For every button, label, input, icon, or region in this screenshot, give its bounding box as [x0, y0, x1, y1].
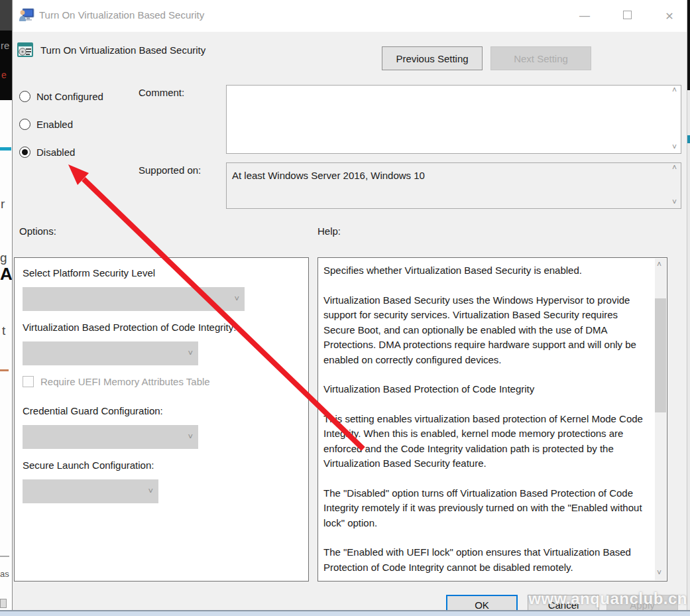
chevron-down-icon: ˅: [188, 348, 193, 358]
window-controls: — ✕: [577, 0, 677, 32]
help-paragraph: Virtualization Based Protection of Code …: [323, 382, 650, 397]
minimize-button[interactable]: —: [577, 10, 593, 22]
background-divider: [0, 556, 9, 557]
supported-on-textarea[interactable]: At least Windows Server 2016, Windows 10…: [226, 162, 681, 209]
policy-setting-icon: [17, 42, 33, 58]
options-section-label: Options:: [19, 225, 56, 237]
scroll-up-icon[interactable]: ˄: [672, 164, 677, 172]
background-dark-band: [0, 0, 12, 31]
background-scrollbar-fragment: [0, 599, 7, 608]
background-text-fragment: A: [0, 264, 13, 284]
background-bottom-strip: [0, 610, 690, 616]
radio-label: Disabled: [36, 147, 75, 158]
scroll-down-icon[interactable]: ˅: [672, 199, 677, 207]
background-text-fragment: as: [0, 569, 9, 579]
background-orange-line: [0, 369, 9, 371]
help-scrollbar[interactable]: ˄ ˅: [655, 259, 666, 580]
help-paragraph: Virtualization Based Security uses the W…: [323, 293, 650, 368]
maximize-button[interactable]: [619, 10, 635, 22]
scrollbar-thumb[interactable]: [655, 298, 666, 412]
maximize-icon: [623, 11, 632, 19]
scroll-down-icon[interactable]: ˅: [672, 144, 677, 152]
platform-security-level-dropdown[interactable]: ˅: [23, 287, 245, 311]
radio-label: Not Configured: [36, 91, 103, 102]
supported-on-value: At least Windows Server 2016, Windows 10: [232, 170, 425, 181]
platform-security-level-label: Select Platform Security Level: [23, 267, 155, 278]
comment-scrollbar[interactable]: ˄ ˅: [669, 87, 679, 152]
radio-circle-selected: [19, 147, 30, 158]
background-text-fragment: r: [1, 197, 5, 212]
background-text-fragment: g: [0, 251, 7, 265]
secure-launch-dropdown[interactable]: ˅: [23, 479, 158, 503]
chevron-down-icon: ˅: [234, 294, 239, 304]
comment-label: Comment:: [139, 87, 184, 98]
comment-textarea[interactable]: ˄ ˅: [226, 85, 681, 154]
chevron-down-icon: ˅: [148, 486, 153, 496]
help-paragraph: The "Enabled with UEFI lock" option ensu…: [323, 545, 650, 575]
app-icon: [19, 8, 34, 23]
help-section-label: Help:: [317, 225, 341, 237]
code-integrity-protection-dropdown[interactable]: ˅: [23, 341, 198, 365]
next-setting-button[interactable]: Next Setting: [490, 46, 591, 70]
options-panel: Select Platform Security Level ˅ Virtual…: [14, 257, 309, 582]
radio-circle: [19, 119, 30, 130]
radio-enabled[interactable]: Enabled: [19, 119, 73, 130]
scroll-up-icon[interactable]: ˄: [657, 261, 661, 269]
radio-circle: [19, 91, 30, 102]
help-paragraph: Specifies whether Virtualization Based S…: [323, 263, 650, 278]
help-text: Specifies whether Virtualization Based S…: [323, 263, 650, 589]
watermark-text: www.anquanclub.cn: [528, 589, 687, 608]
dialog-header: Turn On Virtualization Based Security Pr…: [13, 32, 687, 74]
scroll-up-icon[interactable]: ˄: [672, 87, 677, 95]
checkbox-box: [23, 376, 34, 387]
secure-launch-label: Secure Launch Configuration:: [23, 460, 154, 471]
window-title: Turn On Virtualization Based Security: [39, 9, 204, 21]
titlebar: Turn On Virtualization Based Security — …: [13, 0, 687, 32]
radio-label: Enabled: [36, 119, 73, 130]
previous-setting-button[interactable]: Previous Setting: [382, 46, 483, 70]
help-paragraph: This setting enables virtualization base…: [323, 412, 650, 471]
supported-scrollbar[interactable]: ˄ ˅: [669, 164, 679, 207]
background-window-left: re e r g A t as: [0, 0, 12, 616]
close-button[interactable]: ✕: [661, 10, 677, 23]
background-text-fragment: t: [2, 324, 5, 338]
scroll-down-icon[interactable]: ˅: [657, 570, 661, 578]
radio-disabled[interactable]: Disabled: [19, 147, 75, 158]
supported-on-label: Supported on:: [139, 164, 201, 176]
help-paragraph: The "Disabled" option turns off Virtuali…: [323, 486, 650, 531]
chevron-down-icon: ˅: [188, 432, 193, 442]
checkbox-label: Require UEFI Memory Attributes Table: [40, 376, 210, 387]
setting-title: Turn On Virtualization Based Security: [40, 44, 205, 56]
help-panel: Specifies whether Virtualization Based S…: [317, 257, 667, 582]
background-text-fragment: re: [1, 40, 9, 51]
credential-guard-dropdown[interactable]: ˅: [23, 425, 198, 449]
radio-not-configured[interactable]: Not Configured: [19, 91, 103, 102]
background-teal-line: [0, 147, 11, 151]
background-text-fragment: e: [1, 70, 7, 80]
credential-guard-label: Credential Guard Configuration:: [23, 405, 163, 416]
uefi-memory-attributes-checkbox[interactable]: Require UEFI Memory Attributes Table: [23, 376, 210, 387]
policy-setting-dialog: Turn On Virtualization Based Security — …: [12, 0, 687, 616]
code-integrity-protection-label: Virtualization Based Protection of Code …: [23, 322, 236, 333]
